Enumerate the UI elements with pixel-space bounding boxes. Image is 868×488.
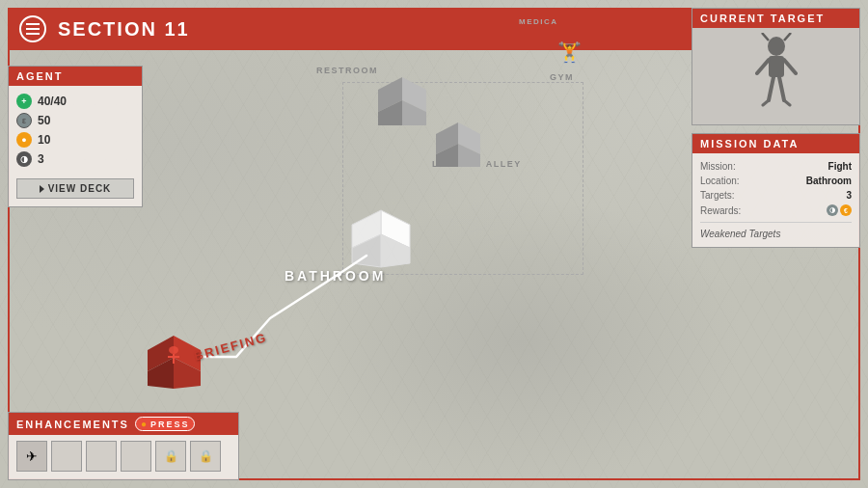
svg-line-7 xyxy=(779,77,784,100)
mission-divider xyxy=(700,222,852,223)
svg-line-8 xyxy=(763,100,769,105)
room-label-restroom: RESTROOM xyxy=(316,66,378,75)
room-label-medica: MEDICA xyxy=(519,17,558,26)
reward-icon-gold: € xyxy=(840,204,852,216)
arrow-icon xyxy=(40,185,44,193)
reward-icon-gray: ◑ xyxy=(827,204,838,216)
enhancements-panel: ENHANCEMENTS ● Press ✈ xyxy=(8,412,239,480)
enhancement-slot-1[interactable]: ✈ xyxy=(16,441,47,472)
agent-header: AGENT xyxy=(9,67,142,86)
enhancements-header: ENHANCEMENTS ● Press xyxy=(9,413,238,435)
enhancement-slot-3[interactable] xyxy=(86,441,117,472)
mission-content: Mission: Fight Location: Bathroom Target… xyxy=(692,153,859,247)
gym-icon: 🏋 xyxy=(557,41,582,64)
view-deck-button[interactable]: VIEW DECK xyxy=(16,178,134,199)
enhancement-slot-5-locked xyxy=(155,441,186,472)
gold-icon: ● xyxy=(16,132,32,148)
enhancement-slot-6-locked xyxy=(190,441,221,472)
mission-location-label: Location: xyxy=(700,176,740,186)
target-image xyxy=(692,28,859,124)
right-panel: CURRENT TARGET xyxy=(692,8,860,248)
stamina-row: ε 50 xyxy=(16,113,134,128)
svg-rect-3 xyxy=(769,56,784,77)
reward-icons: ◑ € xyxy=(827,204,852,216)
mission-data-header: MISSION DATA xyxy=(692,134,859,153)
section-title: SECTION 11 xyxy=(58,18,190,41)
enhancements-label: ENHANCEMENTS xyxy=(16,419,129,430)
current-target-panel: CURRENT TARGET xyxy=(692,8,860,125)
shield-row: ◑ 3 xyxy=(16,151,134,167)
box-restroom xyxy=(376,75,429,132)
bathroom-label: BATHROOM xyxy=(285,268,386,284)
health-row: + 40/40 xyxy=(16,94,134,109)
agent-stats: + 40/40 ε 50 ● 10 ◑ 3 xyxy=(9,86,142,175)
svg-line-9 xyxy=(784,100,790,105)
gold-value: 10 xyxy=(38,133,50,147)
health-icon: + xyxy=(16,94,32,109)
menu-button[interactable] xyxy=(19,15,46,42)
mission-rewards-label: Rewards: xyxy=(700,205,741,216)
mission-data-panel: MISSION DATA Mission: Fight Location: Ba… xyxy=(692,133,860,248)
svg-line-6 xyxy=(769,77,773,100)
svg-point-26 xyxy=(169,346,178,354)
svg-line-4 xyxy=(757,60,769,73)
weakened-targets: Weakened Targets xyxy=(700,227,852,241)
press-badge: ● Press xyxy=(135,417,196,431)
enhancement-slot-2[interactable] xyxy=(51,441,82,472)
svg-line-1 xyxy=(784,33,791,41)
stamina-icon: ε xyxy=(16,113,32,128)
shield-icon: ◑ xyxy=(16,151,32,167)
mission-row-location: Location: Bathroom xyxy=(700,174,852,188)
health-value: 40/40 xyxy=(38,95,67,108)
mission-row-type: Mission: Fight xyxy=(700,159,852,174)
enhancement-slot-4[interactable] xyxy=(121,441,151,472)
mission-type-value: Fight xyxy=(828,161,852,172)
svg-line-5 xyxy=(784,60,796,73)
mission-row-rewards: Rewards: ◑ € xyxy=(700,203,852,218)
view-deck-label: VIEW DECK xyxy=(48,183,112,194)
current-target-header: CURRENT TARGET xyxy=(692,9,859,28)
box-loading xyxy=(434,121,482,173)
enemy-svg xyxy=(747,33,805,120)
svg-point-2 xyxy=(768,37,785,56)
press-label: Press xyxy=(150,420,190,429)
agent-panel: AGENT + 40/40 ε 50 ● 10 ◑ 3 VIEW DECK xyxy=(8,66,143,207)
mission-row-targets: Targets: 3 xyxy=(700,188,852,203)
plane-icon: ✈ xyxy=(26,448,38,464)
mission-type-label: Mission: xyxy=(700,161,736,172)
box-bathroom xyxy=(347,207,415,274)
room-label-gym: GYM xyxy=(550,72,574,82)
mission-location-value: Bathroom xyxy=(806,176,852,186)
enhancement-slots-container: ✈ xyxy=(9,435,238,479)
mission-targets-label: Targets: xyxy=(700,190,735,201)
svg-line-0 xyxy=(762,33,769,41)
shield-value: 3 xyxy=(38,152,44,166)
gold-row: ● 10 xyxy=(16,132,134,148)
player-piece xyxy=(143,333,205,396)
mission-targets-value: 3 xyxy=(846,190,852,201)
stamina-value: 50 xyxy=(38,114,50,127)
